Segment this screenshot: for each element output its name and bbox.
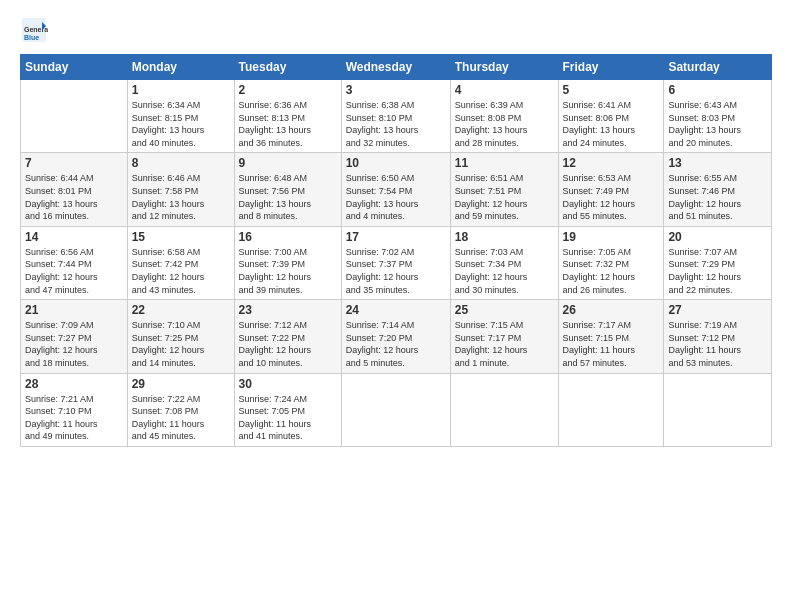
day-cell: 25Sunrise: 7:15 AM Sunset: 7:17 PM Dayli… (450, 300, 558, 373)
column-header-sunday: Sunday (21, 55, 128, 80)
day-cell: 3Sunrise: 6:38 AM Sunset: 8:10 PM Daylig… (341, 80, 450, 153)
calendar-body: 1Sunrise: 6:34 AM Sunset: 8:15 PM Daylig… (21, 80, 772, 447)
day-info: Sunrise: 7:02 AM Sunset: 7:37 PM Dayligh… (346, 246, 446, 296)
day-cell: 12Sunrise: 6:53 AM Sunset: 7:49 PM Dayli… (558, 153, 664, 226)
page-header: General Blue (20, 16, 772, 44)
day-cell: 19Sunrise: 7:05 AM Sunset: 7:32 PM Dayli… (558, 226, 664, 299)
day-cell: 27Sunrise: 7:19 AM Sunset: 7:12 PM Dayli… (664, 300, 772, 373)
day-cell (450, 373, 558, 446)
day-cell: 11Sunrise: 6:51 AM Sunset: 7:51 PM Dayli… (450, 153, 558, 226)
day-info: Sunrise: 6:48 AM Sunset: 7:56 PM Dayligh… (239, 172, 337, 222)
day-cell: 7Sunrise: 6:44 AM Sunset: 8:01 PM Daylig… (21, 153, 128, 226)
day-cell: 10Sunrise: 6:50 AM Sunset: 7:54 PM Dayli… (341, 153, 450, 226)
day-info: Sunrise: 6:43 AM Sunset: 8:03 PM Dayligh… (668, 99, 767, 149)
day-info: Sunrise: 7:09 AM Sunset: 7:27 PM Dayligh… (25, 319, 123, 369)
day-number: 2 (239, 83, 337, 97)
day-info: Sunrise: 6:34 AM Sunset: 8:15 PM Dayligh… (132, 99, 230, 149)
day-cell: 21Sunrise: 7:09 AM Sunset: 7:27 PM Dayli… (21, 300, 128, 373)
day-info: Sunrise: 7:03 AM Sunset: 7:34 PM Dayligh… (455, 246, 554, 296)
header-row: SundayMondayTuesdayWednesdayThursdayFrid… (21, 55, 772, 80)
week-row-1: 1Sunrise: 6:34 AM Sunset: 8:15 PM Daylig… (21, 80, 772, 153)
week-row-3: 14Sunrise: 6:56 AM Sunset: 7:44 PM Dayli… (21, 226, 772, 299)
day-number: 9 (239, 156, 337, 170)
day-cell: 22Sunrise: 7:10 AM Sunset: 7:25 PM Dayli… (127, 300, 234, 373)
column-header-friday: Friday (558, 55, 664, 80)
day-info: Sunrise: 7:07 AM Sunset: 7:29 PM Dayligh… (668, 246, 767, 296)
day-number: 11 (455, 156, 554, 170)
day-number: 23 (239, 303, 337, 317)
day-info: Sunrise: 6:55 AM Sunset: 7:46 PM Dayligh… (668, 172, 767, 222)
day-info: Sunrise: 7:00 AM Sunset: 7:39 PM Dayligh… (239, 246, 337, 296)
column-header-tuesday: Tuesday (234, 55, 341, 80)
day-info: Sunrise: 7:05 AM Sunset: 7:32 PM Dayligh… (563, 246, 660, 296)
day-cell: 2Sunrise: 6:36 AM Sunset: 8:13 PM Daylig… (234, 80, 341, 153)
day-cell: 24Sunrise: 7:14 AM Sunset: 7:20 PM Dayli… (341, 300, 450, 373)
day-info: Sunrise: 6:36 AM Sunset: 8:13 PM Dayligh… (239, 99, 337, 149)
day-info: Sunrise: 6:58 AM Sunset: 7:42 PM Dayligh… (132, 246, 230, 296)
day-number: 18 (455, 230, 554, 244)
day-cell: 15Sunrise: 6:58 AM Sunset: 7:42 PM Dayli… (127, 226, 234, 299)
day-cell: 30Sunrise: 7:24 AM Sunset: 7:05 PM Dayli… (234, 373, 341, 446)
day-number: 3 (346, 83, 446, 97)
day-number: 30 (239, 377, 337, 391)
column-header-thursday: Thursday (450, 55, 558, 80)
day-info: Sunrise: 7:21 AM Sunset: 7:10 PM Dayligh… (25, 393, 123, 443)
day-number: 15 (132, 230, 230, 244)
day-info: Sunrise: 6:46 AM Sunset: 7:58 PM Dayligh… (132, 172, 230, 222)
day-number: 28 (25, 377, 123, 391)
day-cell: 4Sunrise: 6:39 AM Sunset: 8:08 PM Daylig… (450, 80, 558, 153)
day-info: Sunrise: 6:50 AM Sunset: 7:54 PM Dayligh… (346, 172, 446, 222)
day-cell: 18Sunrise: 7:03 AM Sunset: 7:34 PM Dayli… (450, 226, 558, 299)
day-number: 5 (563, 83, 660, 97)
day-number: 29 (132, 377, 230, 391)
day-number: 8 (132, 156, 230, 170)
day-info: Sunrise: 6:39 AM Sunset: 8:08 PM Dayligh… (455, 99, 554, 149)
logo: General Blue (20, 16, 52, 44)
day-info: Sunrise: 6:51 AM Sunset: 7:51 PM Dayligh… (455, 172, 554, 222)
day-cell: 26Sunrise: 7:17 AM Sunset: 7:15 PM Dayli… (558, 300, 664, 373)
column-header-monday: Monday (127, 55, 234, 80)
day-info: Sunrise: 6:56 AM Sunset: 7:44 PM Dayligh… (25, 246, 123, 296)
day-cell: 23Sunrise: 7:12 AM Sunset: 7:22 PM Dayli… (234, 300, 341, 373)
logo-icon: General Blue (20, 16, 48, 44)
day-cell (558, 373, 664, 446)
day-cell: 16Sunrise: 7:00 AM Sunset: 7:39 PM Dayli… (234, 226, 341, 299)
day-info: Sunrise: 7:12 AM Sunset: 7:22 PM Dayligh… (239, 319, 337, 369)
day-number: 17 (346, 230, 446, 244)
day-info: Sunrise: 7:17 AM Sunset: 7:15 PM Dayligh… (563, 319, 660, 369)
week-row-4: 21Sunrise: 7:09 AM Sunset: 7:27 PM Dayli… (21, 300, 772, 373)
day-cell (21, 80, 128, 153)
svg-text:Blue: Blue (24, 34, 39, 41)
day-cell: 8Sunrise: 6:46 AM Sunset: 7:58 PM Daylig… (127, 153, 234, 226)
calendar-table: SundayMondayTuesdayWednesdayThursdayFrid… (20, 54, 772, 447)
day-number: 24 (346, 303, 446, 317)
day-number: 21 (25, 303, 123, 317)
day-number: 13 (668, 156, 767, 170)
day-number: 25 (455, 303, 554, 317)
day-cell: 14Sunrise: 6:56 AM Sunset: 7:44 PM Dayli… (21, 226, 128, 299)
day-number: 7 (25, 156, 123, 170)
day-cell: 20Sunrise: 7:07 AM Sunset: 7:29 PM Dayli… (664, 226, 772, 299)
day-cell: 13Sunrise: 6:55 AM Sunset: 7:46 PM Dayli… (664, 153, 772, 226)
day-number: 26 (563, 303, 660, 317)
day-cell: 29Sunrise: 7:22 AM Sunset: 7:08 PM Dayli… (127, 373, 234, 446)
day-info: Sunrise: 6:38 AM Sunset: 8:10 PM Dayligh… (346, 99, 446, 149)
day-info: Sunrise: 6:41 AM Sunset: 8:06 PM Dayligh… (563, 99, 660, 149)
day-info: Sunrise: 6:44 AM Sunset: 8:01 PM Dayligh… (25, 172, 123, 222)
day-info: Sunrise: 6:53 AM Sunset: 7:49 PM Dayligh… (563, 172, 660, 222)
day-number: 12 (563, 156, 660, 170)
day-cell: 28Sunrise: 7:21 AM Sunset: 7:10 PM Dayli… (21, 373, 128, 446)
column-header-saturday: Saturday (664, 55, 772, 80)
day-info: Sunrise: 7:24 AM Sunset: 7:05 PM Dayligh… (239, 393, 337, 443)
day-info: Sunrise: 7:14 AM Sunset: 7:20 PM Dayligh… (346, 319, 446, 369)
day-cell: 9Sunrise: 6:48 AM Sunset: 7:56 PM Daylig… (234, 153, 341, 226)
day-info: Sunrise: 7:19 AM Sunset: 7:12 PM Dayligh… (668, 319, 767, 369)
day-number: 19 (563, 230, 660, 244)
day-cell: 5Sunrise: 6:41 AM Sunset: 8:06 PM Daylig… (558, 80, 664, 153)
day-info: Sunrise: 7:10 AM Sunset: 7:25 PM Dayligh… (132, 319, 230, 369)
week-row-2: 7Sunrise: 6:44 AM Sunset: 8:01 PM Daylig… (21, 153, 772, 226)
day-number: 20 (668, 230, 767, 244)
day-number: 1 (132, 83, 230, 97)
day-cell: 6Sunrise: 6:43 AM Sunset: 8:03 PM Daylig… (664, 80, 772, 153)
day-number: 14 (25, 230, 123, 244)
